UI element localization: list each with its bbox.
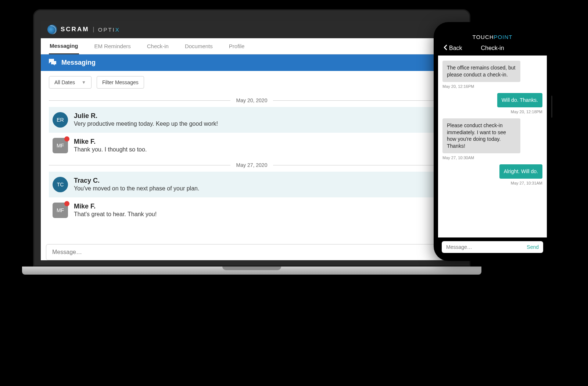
chat-bubble-outgoing: Alright. Will do. <box>499 164 542 179</box>
message-text: That's great to hear. Thank you! <box>74 211 157 218</box>
message-row[interactable]: TC Tracy C. You've moved on to the next … <box>49 172 455 197</box>
message-row[interactable]: MF Mike F. Thank you. I thought so too. <box>49 133 455 158</box>
desktop-app: SCRAM | OPTIX Messaging EM Reminders Che… <box>41 21 463 260</box>
message-row[interactable]: ER Julie R. Very productive meeting toda… <box>49 107 455 133</box>
filter-messages-button[interactable]: Filter Messages <box>97 76 144 89</box>
message-text: Very productive meeting today. Keep up t… <box>74 121 218 127</box>
sender-name: Tracy C. <box>74 177 199 185</box>
chat-bubble-outgoing: Will do. Thanks. <box>497 93 542 107</box>
brand-scram: SCRAM <box>61 26 89 33</box>
phone-chat-thread[interactable]: The office remains closed, but please co… <box>438 56 547 237</box>
date-select[interactable]: All Dates ▼ <box>49 76 92 89</box>
phone-screen: TOUCHPOINT Back Check-in The office rema… <box>438 26 547 257</box>
chat-bubble-incoming: The office remains closed, but please co… <box>442 61 520 82</box>
phone-side-button <box>551 96 552 118</box>
phone-frame: TOUCHPOINT Back Check-in The office rema… <box>434 22 551 261</box>
avatar: TC <box>53 177 68 192</box>
tab-messaging[interactable]: Messaging <box>49 38 79 54</box>
notification-dot-icon <box>64 136 69 142</box>
nav-tabs: Messaging EM Reminders Check-in Document… <box>41 38 463 54</box>
date-separator: May 20, 2020 <box>49 97 455 103</box>
laptop-notch <box>222 267 281 270</box>
send-button[interactable]: Send <box>527 244 539 250</box>
back-label: Back <box>449 45 462 51</box>
sender-name: Mike F. <box>74 203 157 210</box>
message-row[interactable]: MF Mike F. That's great to hear. Thank y… <box>49 197 455 223</box>
avatar: ER <box>53 112 68 128</box>
laptop-base <box>22 267 481 275</box>
app-header: SCRAM | OPTIX <box>41 21 463 38</box>
message-input[interactable] <box>46 244 458 260</box>
tab-em-reminders[interactable]: EM Reminders <box>94 39 132 54</box>
date-select-label: All Dates <box>54 79 75 85</box>
phone-composer: Send <box>438 237 547 257</box>
date-separator: May 27, 2020 <box>49 162 455 168</box>
chevron-down-icon: ▼ <box>82 80 86 85</box>
timestamp: May 20, 12:16PM <box>442 84 474 89</box>
scram-logo-icon <box>47 25 57 34</box>
back-button[interactable]: Back <box>443 44 462 52</box>
timestamp: May 20, 12:18PM <box>511 110 542 114</box>
avatar: MF <box>53 138 68 153</box>
brand-optix: OPTIX <box>98 26 120 33</box>
composer <box>46 244 458 260</box>
laptop-screen: SCRAM | OPTIX Messaging EM Reminders Che… <box>33 9 470 267</box>
chat-bubble-incoming: Please conduct check-in immediately. I w… <box>442 118 520 154</box>
phone-notch <box>467 26 518 35</box>
phone-title: Check-in <box>481 45 504 51</box>
phone-message-input[interactable] <box>446 244 527 250</box>
section-title: Messaging <box>61 59 96 67</box>
filter-row: All Dates ▼ Filter Messages <box>41 71 463 94</box>
timestamp: May 27, 10:31AM <box>511 181 542 185</box>
chat-icon <box>48 58 57 67</box>
tab-documents[interactable]: Documents <box>184 39 214 54</box>
section-bar: Messaging <box>41 54 463 71</box>
phone-nav: Back Check-in <box>438 42 547 56</box>
tab-check-in[interactable]: Check-in <box>146 39 169 54</box>
tab-profile[interactable]: Profile <box>228 39 245 54</box>
filter-button-label: Filter Messages <box>102 79 139 85</box>
message-thread: May 20, 2020 ER Julie R. Very productive… <box>41 94 463 240</box>
message-text: Thank you. I thought so too. <box>74 146 147 153</box>
message-text: You've moved on to the next phase of you… <box>74 185 199 192</box>
brand-divider: | <box>93 26 94 33</box>
laptop-frame: SCRAM | OPTIX Messaging EM Reminders Che… <box>33 9 470 275</box>
chevron-left-icon <box>443 44 448 52</box>
avatar: MF <box>53 203 68 218</box>
timestamp: May 27, 10:30AM <box>442 156 474 160</box>
sender-name: Mike F. <box>74 138 147 146</box>
sender-name: Julie R. <box>74 112 218 120</box>
notification-dot-icon <box>64 201 69 206</box>
